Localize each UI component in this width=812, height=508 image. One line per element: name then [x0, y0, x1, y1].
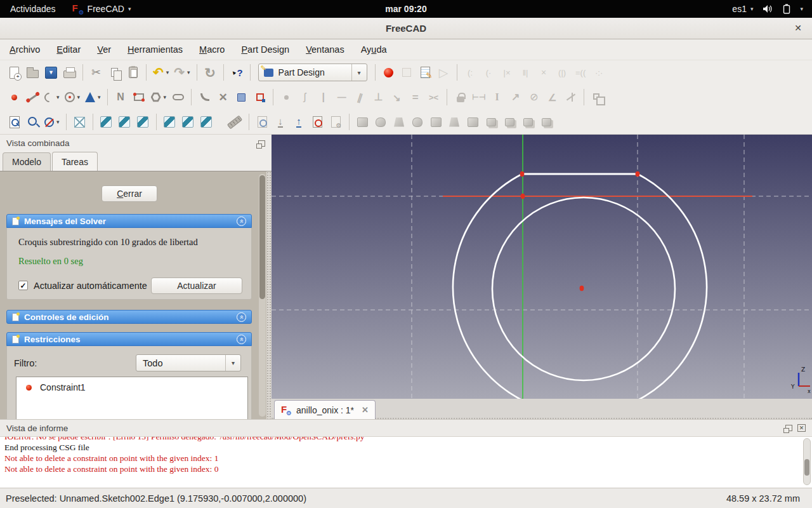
collapse-section-icon[interactable]: »: [237, 217, 246, 226]
print-button[interactable]: [61, 63, 78, 82]
redo-button[interactable]: ↷▾: [172, 63, 192, 82]
save-document-button[interactable]: [43, 63, 60, 82]
draw-style-button[interactable]: ▾: [43, 112, 62, 131]
create-conic-button[interactable]: ▾: [83, 88, 103, 107]
tab-modelo[interactable]: Modelo: [3, 152, 51, 171]
export-button[interactable]: ↑: [291, 112, 308, 131]
create-conic-dropdown-arrow[interactable]: ▾: [98, 94, 101, 100]
scrollbar-thumb[interactable]: [259, 175, 265, 299]
create-arc-dropdown-arrow[interactable]: ▾: [56, 94, 60, 100]
toolbar-separator: [349, 114, 350, 130]
view-top-button[interactable]: [116, 112, 133, 131]
svg-text:Y: Y: [790, 384, 795, 390]
create-point-button[interactable]: [6, 88, 23, 107]
fit-selection-button[interactable]: [24, 112, 41, 131]
constraints-filter-select[interactable]: Todo ▾: [136, 354, 241, 371]
cut-button[interactable]: ✂: [88, 63, 105, 82]
close-task-button[interactable]: Cerrar: [102, 185, 157, 202]
workbench-selector[interactable]: Part Design▾: [258, 64, 367, 81]
workbench-icon: [264, 69, 273, 77]
thickness-icon: [542, 118, 551, 126]
paste-button[interactable]: [124, 63, 141, 82]
solver-messages-header[interactable]: Mensajes del Solver »: [6, 214, 252, 228]
auto-update-label[interactable]: Actualizar automáticamente: [34, 281, 151, 291]
validate-sketch-button[interactable]: [309, 112, 326, 131]
chevron-down-icon[interactable]: ▾: [225, 355, 240, 371]
create-circle-dropdown-arrow[interactable]: ▾: [77, 94, 81, 100]
menu-part-design[interactable]: Part Design: [233, 41, 298, 58]
whats-this-button[interactable]: ?: [228, 63, 246, 82]
menu-herramientas[interactable]: Herramientas: [119, 41, 191, 58]
macro-stop-button: [398, 63, 416, 82]
create-circle-button[interactable]: ▾: [63, 88, 82, 107]
auto-update-checkbox[interactable]: ✓: [18, 281, 28, 290]
3d-viewport[interactable]: Z Y x: [272, 135, 812, 399]
app-indicator-menu[interactable]: FreeCAD ▾: [72, 4, 131, 14]
new-document-button[interactable]: [6, 63, 23, 82]
update-button[interactable]: Actualizar: [151, 277, 242, 294]
report-content[interactable]: IOError: No se puede escribir : [Errno 1…: [0, 437, 812, 486]
report-scrollbar[interactable]: [803, 438, 811, 485]
activities-button[interactable]: Actividades: [10, 4, 56, 14]
combo-view-scrollbar[interactable]: [259, 174, 266, 417]
refresh-button[interactable]: ↻: [202, 63, 219, 82]
macro-edit-button[interactable]: [417, 63, 434, 82]
macro-record-button[interactable]: [380, 63, 397, 82]
tab-tareas[interactable]: Tareas: [52, 152, 98, 171]
draw-style-dropdown-arrow[interactable]: ▾: [56, 119, 60, 125]
undo-button[interactable]: ↶▾: [151, 63, 171, 82]
fit-all-button[interactable]: [6, 112, 23, 131]
carbon-copy-button[interactable]: [251, 88, 268, 107]
sketch-viewport[interactable]: Z Y x: [272, 135, 812, 399]
menu-ayuda[interactable]: Ayuda: [353, 41, 395, 58]
redo-dropdown-arrow[interactable]: ▾: [187, 69, 190, 76]
panel-float-icon[interactable]: [258, 140, 265, 147]
report-close-icon[interactable]: ✕: [797, 424, 806, 432]
menu-editar[interactable]: Editar: [48, 41, 89, 58]
constraint-horizontal-icon: ―: [337, 93, 346, 102]
open-document-button[interactable]: [24, 63, 41, 82]
panel-splitter[interactable]: [266, 171, 272, 419]
menu-macro[interactable]: Macro: [191, 41, 233, 58]
window-close-button[interactable]: ✕: [794, 23, 802, 33]
constraints-header[interactable]: Restricciones »: [6, 332, 252, 346]
create-polygon-dropdown-arrow[interactable]: ▾: [164, 94, 167, 100]
create-slot-button[interactable]: [169, 88, 187, 107]
collapse-section-icon[interactable]: »: [237, 312, 246, 322]
external-geometry-button[interactable]: [233, 88, 250, 107]
view-right-button[interactable]: [134, 112, 152, 131]
create-rectangle-button[interactable]: [131, 88, 148, 107]
measure-distance-button[interactable]: [225, 112, 244, 131]
edit-controls-header[interactable]: Controles de edición »: [6, 310, 252, 324]
create-arc-button[interactable]: ▾: [43, 88, 62, 107]
view-left-button[interactable]: [198, 112, 215, 131]
create-polygon-button[interactable]: ▾: [149, 88, 169, 107]
create-fillet-button[interactable]: [196, 88, 213, 107]
system-menu-chevron-icon[interactable]: ▾: [800, 6, 803, 12]
volume-icon[interactable]: [763, 4, 773, 13]
scrollbar-thumb[interactable]: [804, 459, 809, 476]
collapse-section-icon[interactable]: »: [237, 335, 246, 344]
constraint-list-item[interactable]: Constraint1: [16, 381, 247, 394]
tab-close-icon[interactable]: ✕: [362, 405, 369, 415]
workbench-dropdown-arrow[interactable]: ▾: [351, 64, 367, 81]
report-float-icon[interactable]: [785, 425, 792, 431]
create-line-button[interactable]: [24, 88, 41, 107]
document-tab[interactable]: anillo_onix : 1* ✕: [274, 400, 376, 419]
create-polyline-button[interactable]: N: [112, 88, 129, 107]
keyboard-layout-indicator[interactable]: es1 ▾: [732, 4, 753, 14]
view-rear-button[interactable]: [161, 112, 178, 131]
menu-ventanas[interactable]: Ventanas: [298, 41, 352, 58]
battery-icon[interactable]: [783, 4, 790, 14]
copy-button[interactable]: [106, 63, 123, 82]
menu-ver[interactable]: Ver: [89, 41, 119, 58]
view-axonometric-button[interactable]: [71, 112, 88, 131]
report-line: Not able to delete a constraint on point…: [4, 453, 812, 464]
import-button[interactable]: ↓: [272, 112, 289, 131]
view-bottom-button[interactable]: [180, 112, 197, 131]
view-front-button[interactable]: [98, 112, 115, 131]
undo-dropdown-arrow[interactable]: ▾: [166, 69, 169, 76]
window-title-bar[interactable]: FreeCAD ✕: [0, 18, 812, 39]
menu-archivo[interactable]: Archivo: [1, 41, 48, 58]
trim-edge-button[interactable]: ✕: [214, 88, 232, 107]
